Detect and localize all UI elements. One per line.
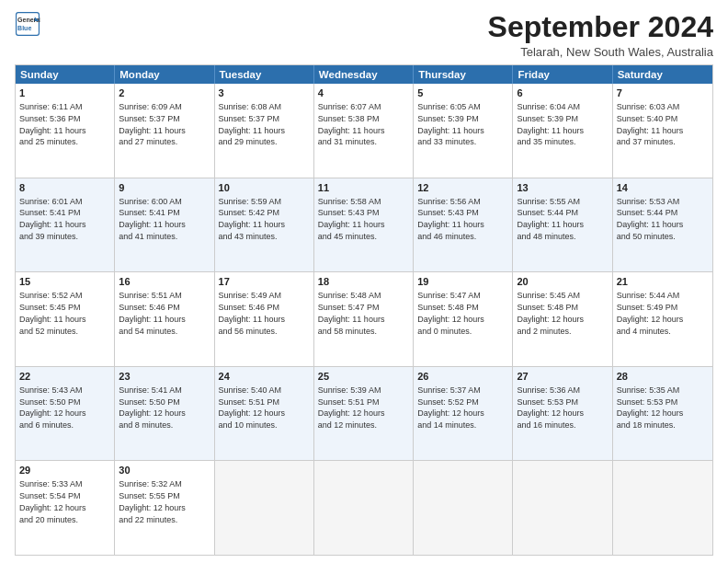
day-number: 27 <box>517 370 608 384</box>
calendar-cell: 17Sunrise: 5:49 AMSunset: 5:46 PMDayligh… <box>215 272 314 366</box>
day-info: Sunrise: 5:55 AMSunset: 5:44 PMDaylight:… <box>517 197 584 241</box>
weekday-header: Thursday <box>414 65 513 84</box>
calendar-cell: 4Sunrise: 6:07 AMSunset: 5:38 PMDaylight… <box>314 84 414 178</box>
calendar-cell: 30Sunrise: 5:32 AMSunset: 5:55 PMDayligh… <box>115 461 214 555</box>
calendar-cell: 14Sunrise: 5:53 AMSunset: 5:44 PMDayligh… <box>613 178 712 272</box>
calendar-cell: 16Sunrise: 5:51 AMSunset: 5:46 PMDayligh… <box>115 272 214 366</box>
calendar-cell: 26Sunrise: 5:37 AMSunset: 5:52 PMDayligh… <box>414 367 513 461</box>
calendar-header: SundayMondayTuesdayWednesdayThursdayFrid… <box>16 65 712 84</box>
calendar-cell: 10Sunrise: 5:59 AMSunset: 5:42 PMDayligh… <box>215 178 314 272</box>
day-info: Sunrise: 6:04 AMSunset: 5:39 PMDaylight:… <box>517 102 584 146</box>
day-number: 16 <box>119 275 210 289</box>
day-info: Sunrise: 6:07 AMSunset: 5:38 PMDaylight:… <box>318 102 385 146</box>
day-info: Sunrise: 5:45 AMSunset: 5:48 PMDaylight:… <box>517 291 584 335</box>
calendar-row: 15Sunrise: 5:52 AMSunset: 5:45 PMDayligh… <box>16 271 712 366</box>
weekday-header: Wednesday <box>314 65 414 84</box>
location: Telarah, New South Wales, Australia <box>488 45 713 59</box>
calendar-cell: 29Sunrise: 5:33 AMSunset: 5:54 PMDayligh… <box>16 461 115 555</box>
day-number: 8 <box>19 181 110 195</box>
calendar-cell: 5Sunrise: 6:05 AMSunset: 5:39 PMDaylight… <box>414 84 513 178</box>
day-info: Sunrise: 5:39 AMSunset: 5:51 PMDaylight:… <box>318 385 385 430</box>
empty-cell <box>613 461 712 555</box>
empty-cell <box>414 461 513 555</box>
calendar-cell: 15Sunrise: 5:52 AMSunset: 5:45 PMDayligh… <box>16 272 115 366</box>
calendar-cell: 18Sunrise: 5:48 AMSunset: 5:47 PMDayligh… <box>314 272 414 366</box>
day-number: 10 <box>219 181 310 195</box>
day-info: Sunrise: 5:56 AMSunset: 5:43 PMDaylight:… <box>417 197 484 241</box>
day-number: 19 <box>417 275 508 289</box>
day-info: Sunrise: 5:41 AMSunset: 5:50 PMDaylight:… <box>119 385 186 430</box>
day-number: 30 <box>119 464 210 477</box>
calendar-cell: 7Sunrise: 6:03 AMSunset: 5:40 PMDaylight… <box>613 84 712 178</box>
calendar-cell: 20Sunrise: 5:45 AMSunset: 5:48 PMDayligh… <box>513 272 612 366</box>
calendar-cell: 6Sunrise: 6:04 AMSunset: 5:39 PMDaylight… <box>513 84 612 178</box>
calendar-cell: 11Sunrise: 5:58 AMSunset: 5:43 PMDayligh… <box>314 178 414 272</box>
day-number: 3 <box>219 86 310 100</box>
calendar-row: 22Sunrise: 5:43 AMSunset: 5:50 PMDayligh… <box>16 366 712 461</box>
day-info: Sunrise: 5:53 AMSunset: 5:44 PMDaylight:… <box>617 197 684 241</box>
day-number: 4 <box>318 86 409 100</box>
calendar-cell: 1Sunrise: 6:11 AMSunset: 5:36 PMDaylight… <box>16 84 115 178</box>
calendar-cell: 9Sunrise: 6:00 AMSunset: 5:41 PMDaylight… <box>115 178 214 272</box>
calendar-cell: 8Sunrise: 6:01 AMSunset: 5:41 PMDaylight… <box>16 178 115 272</box>
calendar-cell: 3Sunrise: 6:08 AMSunset: 5:37 PMDaylight… <box>215 84 314 178</box>
header: General Blue September 2024 Telarah, New… <box>15 11 713 59</box>
day-info: Sunrise: 6:00 AMSunset: 5:41 PMDaylight:… <box>119 197 186 241</box>
day-info: Sunrise: 6:05 AMSunset: 5:39 PMDaylight:… <box>417 102 484 146</box>
day-info: Sunrise: 6:01 AMSunset: 5:41 PMDaylight:… <box>19 197 86 241</box>
empty-cell <box>215 461 314 555</box>
day-number: 20 <box>517 275 608 289</box>
calendar-cell: 22Sunrise: 5:43 AMSunset: 5:50 PMDayligh… <box>16 367 115 461</box>
day-number: 26 <box>417 370 508 384</box>
day-number: 12 <box>417 181 508 195</box>
day-number: 21 <box>617 275 709 289</box>
calendar-cell: 23Sunrise: 5:41 AMSunset: 5:50 PMDayligh… <box>115 367 214 461</box>
day-number: 11 <box>318 181 409 195</box>
day-info: Sunrise: 5:44 AMSunset: 5:49 PMDaylight:… <box>617 291 684 335</box>
day-number: 22 <box>19 370 110 384</box>
day-info: Sunrise: 5:32 AMSunset: 5:55 PMDaylight:… <box>119 479 186 523</box>
calendar-cell: 24Sunrise: 5:40 AMSunset: 5:51 PMDayligh… <box>215 367 314 461</box>
day-number: 15 <box>19 275 110 289</box>
calendar-cell: 25Sunrise: 5:39 AMSunset: 5:51 PMDayligh… <box>314 367 414 461</box>
calendar-cell: 28Sunrise: 5:35 AMSunset: 5:53 PMDayligh… <box>613 367 712 461</box>
calendar-row: 1Sunrise: 6:11 AMSunset: 5:36 PMDaylight… <box>16 84 712 178</box>
calendar: SundayMondayTuesdayWednesdayThursdayFrid… <box>15 64 713 556</box>
day-info: Sunrise: 5:33 AMSunset: 5:54 PMDaylight:… <box>19 479 86 523</box>
day-number: 5 <box>417 86 508 100</box>
day-info: Sunrise: 6:11 AMSunset: 5:36 PMDaylight:… <box>19 102 86 146</box>
logo-icon: General Blue <box>15 11 40 37</box>
day-info: Sunrise: 5:48 AMSunset: 5:47 PMDaylight:… <box>318 291 385 335</box>
day-number: 29 <box>19 464 110 477</box>
day-number: 24 <box>219 370 310 384</box>
empty-cell <box>513 461 612 555</box>
svg-rect-0 <box>17 13 40 36</box>
day-info: Sunrise: 6:08 AMSunset: 5:37 PMDaylight:… <box>219 102 286 146</box>
day-number: 14 <box>617 181 709 195</box>
svg-text:Blue: Blue <box>17 25 31 31</box>
day-info: Sunrise: 5:36 AMSunset: 5:53 PMDaylight:… <box>517 385 584 430</box>
empty-cell <box>314 461 414 555</box>
day-number: 23 <box>119 370 210 384</box>
calendar-cell: 12Sunrise: 5:56 AMSunset: 5:43 PMDayligh… <box>414 178 513 272</box>
day-info: Sunrise: 5:52 AMSunset: 5:45 PMDaylight:… <box>19 291 86 335</box>
day-number: 17 <box>219 275 310 289</box>
day-number: 9 <box>119 181 210 195</box>
day-info: Sunrise: 5:51 AMSunset: 5:46 PMDaylight:… <box>119 291 186 335</box>
day-number: 28 <box>617 370 709 384</box>
day-info: Sunrise: 5:58 AMSunset: 5:43 PMDaylight:… <box>318 197 385 241</box>
calendar-row: 29Sunrise: 5:33 AMSunset: 5:54 PMDayligh… <box>16 460 712 555</box>
day-info: Sunrise: 5:37 AMSunset: 5:52 PMDaylight:… <box>417 385 484 430</box>
calendar-cell: 27Sunrise: 5:36 AMSunset: 5:53 PMDayligh… <box>513 367 612 461</box>
page: General Blue September 2024 Telarah, New… <box>0 0 728 563</box>
month-title: September 2024 <box>488 11 713 43</box>
day-number: 18 <box>318 275 409 289</box>
calendar-row: 8Sunrise: 6:01 AMSunset: 5:41 PMDaylight… <box>16 178 712 272</box>
weekday-header: Friday <box>513 65 612 84</box>
day-number: 7 <box>617 86 709 100</box>
day-info: Sunrise: 5:43 AMSunset: 5:50 PMDaylight:… <box>19 385 86 430</box>
day-number: 13 <box>517 181 608 195</box>
day-info: Sunrise: 5:35 AMSunset: 5:53 PMDaylight:… <box>617 385 684 430</box>
calendar-cell: 19Sunrise: 5:47 AMSunset: 5:48 PMDayligh… <box>414 272 513 366</box>
calendar-cell: 21Sunrise: 5:44 AMSunset: 5:49 PMDayligh… <box>613 272 712 366</box>
